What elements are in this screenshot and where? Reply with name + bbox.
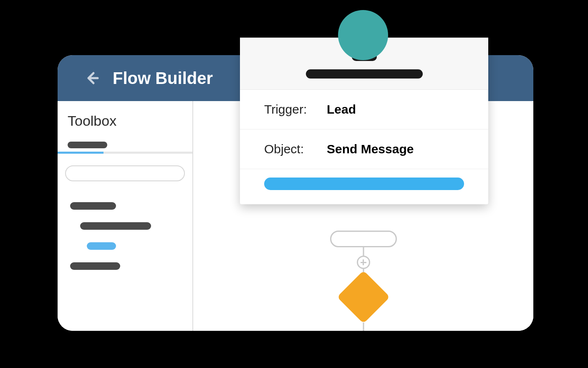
arrow-left-icon bbox=[83, 70, 100, 86]
decision-node[interactable] bbox=[337, 270, 390, 323]
flow-start-node[interactable] bbox=[330, 231, 397, 247]
panel-title-placeholder bbox=[306, 69, 423, 79]
tab-label-placeholder bbox=[68, 142, 107, 148]
node-properties-panel: Trigger: Lead Object: Send Message bbox=[240, 38, 488, 204]
trigger-label: Trigger: bbox=[264, 102, 327, 117]
decorative-circle bbox=[338, 10, 388, 60]
flow-connector bbox=[363, 322, 364, 331]
trigger-value: Lead bbox=[327, 102, 356, 117]
back-button[interactable] bbox=[83, 69, 101, 87]
toolbox-tab[interactable] bbox=[58, 142, 192, 152]
add-node-button[interactable] bbox=[357, 256, 370, 269]
toolbox-item[interactable] bbox=[70, 202, 116, 210]
object-row: Object: Send Message bbox=[240, 129, 488, 169]
tab-underline bbox=[58, 152, 192, 154]
toolbox-search-input[interactable] bbox=[65, 165, 185, 181]
flow-connector bbox=[363, 247, 364, 256]
trigger-row: Trigger: Lead bbox=[240, 90, 488, 129]
page-title: Flow Builder bbox=[113, 69, 213, 88]
toolbox-item-selected[interactable] bbox=[87, 242, 116, 250]
toolbox-title: Toolbox bbox=[58, 113, 192, 142]
primary-action-button[interactable] bbox=[264, 178, 464, 190]
toolbox-item-list bbox=[58, 202, 192, 270]
toolbox-item[interactable] bbox=[80, 222, 151, 230]
toolbox-sidebar: Toolbox bbox=[58, 101, 193, 331]
object-value: Send Message bbox=[327, 142, 414, 156]
tab-underline-active bbox=[58, 152, 103, 154]
object-label: Object: bbox=[264, 142, 327, 156]
panel-action-area bbox=[240, 169, 488, 204]
toolbox-item[interactable] bbox=[70, 262, 120, 270]
